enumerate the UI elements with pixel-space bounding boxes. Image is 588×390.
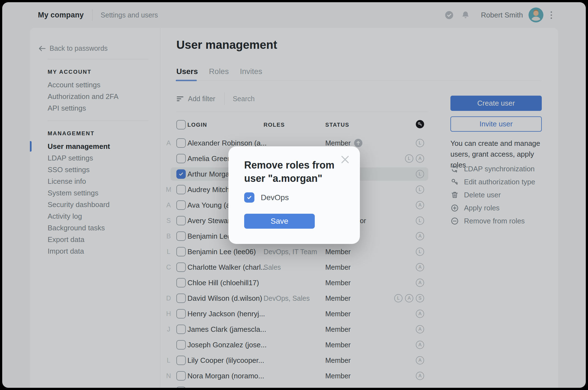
role-checkbox-row[interactable]: DevOps	[244, 192, 289, 203]
close-icon[interactable]	[340, 155, 350, 164]
role-checkbox-label: DevOps	[261, 193, 289, 202]
app-window: My company Settings and users Robert Smi…	[2, 2, 586, 388]
remove-roles-modal: Remove roles from user "a.morgan" DevOps…	[228, 146, 360, 244]
role-checkbox[interactable]	[244, 192, 254, 203]
save-button[interactable]: Save	[244, 214, 315, 229]
modal-title: Remove roles from user "a.morgan"	[244, 159, 355, 185]
